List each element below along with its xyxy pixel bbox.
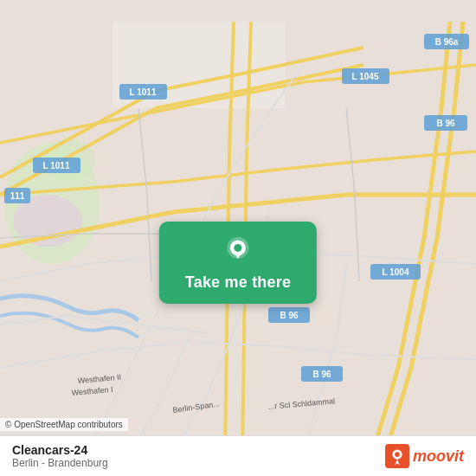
svg-text:L 1011: L 1011	[43, 161, 70, 170]
location-pin-icon	[222, 235, 254, 267]
location-name: Cleancars-24	[12, 443, 108, 457]
location-info: Cleancars-24 Berlin - Brandenburg	[12, 443, 108, 469]
svg-point-29	[234, 244, 241, 252]
attribution-text: © OpenStreetMap contributors	[5, 420, 123, 429]
moovit-logo-icon	[385, 444, 409, 468]
svg-text:B 96a: B 96a	[435, 37, 459, 47]
svg-text:111: 111	[10, 191, 25, 201]
svg-text:L 1011: L 1011	[130, 87, 157, 97]
svg-text:L 1045: L 1045	[352, 72, 379, 81]
attribution-bar: © OpenStreetMap contributors	[0, 418, 128, 431]
svg-text:L 1004: L 1004	[383, 267, 409, 277]
svg-text:B 96: B 96	[312, 370, 331, 379]
moovit-text: moovit	[413, 447, 464, 466]
svg-text:B 96: B 96	[436, 119, 455, 128]
cta-button-container: Take me there	[159, 222, 317, 304]
cta-label: Take me there	[185, 273, 291, 292]
svg-text:B 96: B 96	[280, 311, 299, 320]
svg-point-32	[395, 452, 400, 457]
moovit-logo: moovit	[385, 444, 464, 468]
location-region: Berlin - Brandenburg	[12, 457, 108, 469]
bottom-bar: Cleancars-24 Berlin - Brandenburg moovit	[0, 435, 476, 476]
map-container: B 96a B 96 L 1045 L 1011 L 1011 111 L 10…	[0, 0, 476, 476]
take-me-there-button[interactable]: Take me there	[159, 222, 317, 304]
